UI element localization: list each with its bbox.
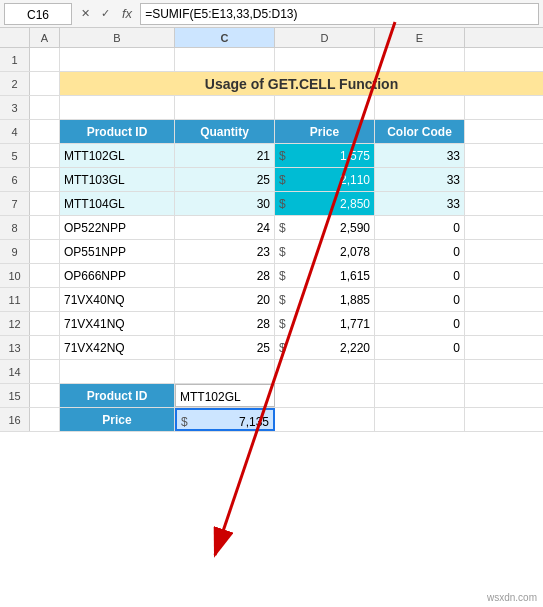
- col-header-a[interactable]: A: [30, 28, 60, 47]
- cell-c10[interactable]: 28: [175, 264, 275, 287]
- cell-e11[interactable]: 0: [375, 288, 465, 311]
- cell-c13[interactable]: 25: [175, 336, 275, 359]
- cell-e5[interactable]: 33: [375, 144, 465, 167]
- cell-e14[interactable]: [375, 360, 465, 383]
- cell-d5[interactable]: $1,575: [275, 144, 375, 167]
- cell-b10[interactable]: OP666NPP: [60, 264, 175, 287]
- cell-b5[interactable]: MTT102GL: [60, 144, 175, 167]
- cell-b11[interactable]: 71VX40NQ: [60, 288, 175, 311]
- cell-b16-label[interactable]: Price: [60, 408, 175, 431]
- cancel-formula-button[interactable]: ✕: [76, 5, 94, 23]
- title-cell: Usage of GET.CELL Function: [60, 72, 543, 95]
- cell-c15-value[interactable]: MTT102GL: [175, 384, 275, 407]
- cell-d15[interactable]: [275, 384, 375, 407]
- row-1: 1: [0, 48, 543, 72]
- cell-c1[interactable]: [175, 48, 275, 71]
- cell-b4-header[interactable]: Product ID: [60, 120, 175, 143]
- cell-c7[interactable]: 30: [175, 192, 275, 215]
- cell-b7[interactable]: MTT104GL: [60, 192, 175, 215]
- cell-a3[interactable]: [30, 96, 60, 119]
- cell-b13[interactable]: 71VX42NQ: [60, 336, 175, 359]
- cell-e1[interactable]: [375, 48, 465, 71]
- row-num-header: [0, 28, 30, 47]
- row-5: 5 MTT102GL 21 $1,575 33: [0, 144, 543, 168]
- cell-b14[interactable]: [60, 360, 175, 383]
- cell-d6[interactable]: $2,110: [275, 168, 375, 191]
- cell-e16[interactable]: [375, 408, 465, 431]
- cell-e13[interactable]: 0: [375, 336, 465, 359]
- cell-a1[interactable]: [30, 48, 60, 71]
- cell-a10[interactable]: [30, 264, 60, 287]
- cell-c5[interactable]: 21: [175, 144, 275, 167]
- cell-d7[interactable]: $2,850: [275, 192, 375, 215]
- cell-a4[interactable]: [30, 120, 60, 143]
- col-header-c[interactable]: C: [175, 28, 275, 47]
- cell-a11[interactable]: [30, 288, 60, 311]
- col-header-e[interactable]: E: [375, 28, 465, 47]
- cell-a8[interactable]: [30, 216, 60, 239]
- cell-e9[interactable]: 0: [375, 240, 465, 263]
- cell-d11[interactable]: $1,885: [275, 288, 375, 311]
- cell-c14[interactable]: [175, 360, 275, 383]
- cell-a7[interactable]: [30, 192, 60, 215]
- cell-d8[interactable]: $2,590: [275, 216, 375, 239]
- row-15: 15 Product ID MTT102GL: [0, 384, 543, 408]
- row-11: 11 71VX40NQ 20 $1,885 0: [0, 288, 543, 312]
- cell-a13[interactable]: [30, 336, 60, 359]
- row-num-4: 4: [0, 120, 30, 143]
- cell-c16-value[interactable]: $7,135: [175, 408, 275, 431]
- cell-a9[interactable]: [30, 240, 60, 263]
- row-num-10: 10: [0, 264, 30, 287]
- cell-a14[interactable]: [30, 360, 60, 383]
- row-num-3: 3: [0, 96, 30, 119]
- cell-e4-header[interactable]: Color Code: [375, 120, 465, 143]
- cell-a15[interactable]: [30, 384, 60, 407]
- cell-d10[interactable]: $1,615: [275, 264, 375, 287]
- row-13: 13 71VX42NQ 25 $2,220 0: [0, 336, 543, 360]
- cell-e8[interactable]: 0: [375, 216, 465, 239]
- cell-b1[interactable]: [60, 48, 175, 71]
- col-header-b[interactable]: B: [60, 28, 175, 47]
- cell-b8[interactable]: OP522NPP: [60, 216, 175, 239]
- row-7: 7 MTT104GL 30 $2,850 33: [0, 192, 543, 216]
- row-num-9: 9: [0, 240, 30, 263]
- cell-a6[interactable]: [30, 168, 60, 191]
- cell-e7[interactable]: 33: [375, 192, 465, 215]
- cell-c11[interactable]: 20: [175, 288, 275, 311]
- cell-b15-label[interactable]: Product ID: [60, 384, 175, 407]
- cell-d4-header[interactable]: Price: [275, 120, 375, 143]
- cell-a5[interactable]: [30, 144, 60, 167]
- col-header-d[interactable]: D: [275, 28, 375, 47]
- cell-c8[interactable]: 24: [175, 216, 275, 239]
- cell-b3[interactable]: [60, 96, 175, 119]
- cell-d1[interactable]: [275, 48, 375, 71]
- row-num-11: 11: [0, 288, 30, 311]
- cell-b6[interactable]: MTT103GL: [60, 168, 175, 191]
- confirm-formula-button[interactable]: ✓: [96, 5, 114, 23]
- cell-a2[interactable]: [30, 72, 60, 95]
- cell-d3[interactable]: [275, 96, 375, 119]
- cell-reference-box[interactable]: C16: [4, 3, 72, 25]
- cell-d9[interactable]: $2,078: [275, 240, 375, 263]
- cell-d13[interactable]: $2,220: [275, 336, 375, 359]
- cell-d16[interactable]: [275, 408, 375, 431]
- cell-e15[interactable]: [375, 384, 465, 407]
- cell-c6[interactable]: 25: [175, 168, 275, 191]
- row-num-12: 12: [0, 312, 30, 335]
- row-num-14: 14: [0, 360, 30, 383]
- cell-c12[interactable]: 28: [175, 312, 275, 335]
- cell-e3[interactable]: [375, 96, 465, 119]
- cell-c3[interactable]: [175, 96, 275, 119]
- cell-e10[interactable]: 0: [375, 264, 465, 287]
- cell-a12[interactable]: [30, 312, 60, 335]
- cell-e6[interactable]: 33: [375, 168, 465, 191]
- cell-a16[interactable]: [30, 408, 60, 431]
- cell-c9[interactable]: 23: [175, 240, 275, 263]
- cell-b9[interactable]: OP551NPP: [60, 240, 175, 263]
- cell-c4-header[interactable]: Quantity: [175, 120, 275, 143]
- cell-e12[interactable]: 0: [375, 312, 465, 335]
- cell-b12[interactable]: 71VX41NQ: [60, 312, 175, 335]
- cell-d14[interactable]: [275, 360, 375, 383]
- cell-d12[interactable]: $1,771: [275, 312, 375, 335]
- formula-input[interactable]: [140, 3, 539, 25]
